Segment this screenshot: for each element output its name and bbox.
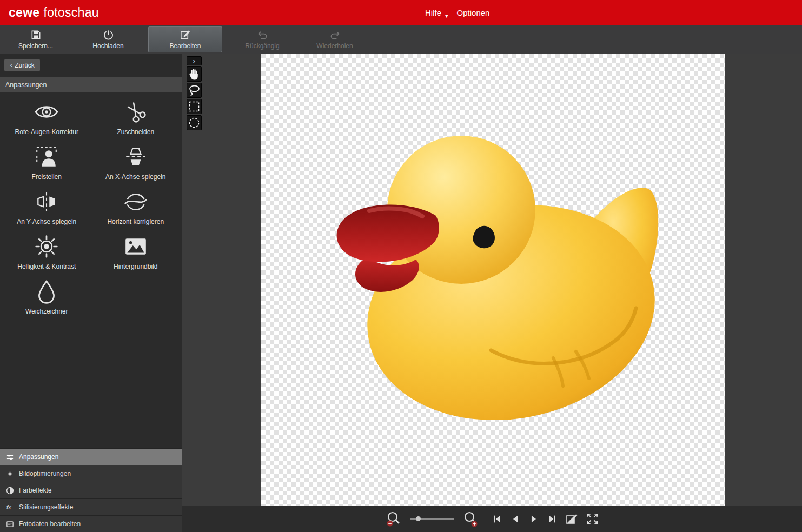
- save-button[interactable]: Speichern...: [3, 26, 68, 52]
- category-menu: Anpassungen Bildoptimierungen Farbeffekt…: [0, 448, 182, 532]
- previous-image-icon: [510, 514, 521, 524]
- category-label: Bildoptimierungen: [19, 470, 71, 477]
- menu-optionen[interactable]: Optionen: [457, 8, 490, 17]
- crop-scissors-icon: [123, 99, 148, 124]
- app-logo: cewefotoschau: [9, 5, 99, 20]
- chevron-down-icon[interactable]: ▾: [445, 12, 448, 19]
- category-bildoptimierungen[interactable]: Bildoptimierungen: [0, 465, 182, 482]
- undo-button[interactable]: Rückgängig: [230, 26, 295, 52]
- svg-text:fx: fx: [6, 504, 11, 510]
- ellipse-select-icon: [187, 116, 201, 130]
- lasso-tool-icon: [187, 83, 201, 97]
- redo-button[interactable]: Wiederholen: [302, 26, 367, 52]
- back-label: Zurück: [15, 62, 35, 69]
- category-fotodaten-bearbeiten[interactable]: Fotodaten bearbeiten: [0, 515, 182, 532]
- save-label: Speichern...: [18, 42, 53, 50]
- fullscreen-button[interactable]: [586, 512, 599, 526]
- brightness-contrast-icon: [34, 234, 59, 259]
- hand-tool-icon: [187, 67, 201, 81]
- category-stilisierungseffekte[interactable]: fx Stilisierungseffekte: [0, 498, 182, 515]
- image-navigation: [492, 512, 599, 526]
- ellipse-select-tool-button[interactable]: [187, 115, 202, 130]
- hand-tool-button[interactable]: [187, 66, 202, 82]
- workspace: ›: [182, 54, 802, 532]
- edit-icon: [180, 29, 191, 41]
- category-label: Anpassungen: [19, 453, 58, 461]
- tool-label: Weichzeichner: [25, 308, 68, 315]
- previous-image-button[interactable]: [510, 514, 521, 524]
- last-image-icon: [547, 514, 558, 524]
- zoom-out-icon: [386, 511, 402, 527]
- tool-label: An X-Achse spiegeln: [105, 173, 165, 181]
- tool-blur[interactable]: Weichzeichner: [2, 279, 91, 315]
- fullscreen-icon: [586, 512, 599, 526]
- app-window: cewefotoschau Hilfe ▾ Optionen Speichern…: [0, 0, 802, 532]
- flip-x-icon: [123, 144, 148, 169]
- expand-panel-button[interactable]: ›: [187, 56, 202, 65]
- category-label: Farbeffekte: [19, 487, 51, 494]
- brand-secondary: fotoschau: [43, 5, 98, 19]
- back-button[interactable]: ‹ Zurück: [4, 59, 40, 71]
- photo-canvas[interactable]: [261, 54, 725, 506]
- tool-cutout[interactable]: Freistellen: [2, 144, 91, 181]
- last-image-button[interactable]: [547, 514, 558, 524]
- cutout-icon: [34, 144, 59, 169]
- tool-background-image[interactable]: Hintergrundbild: [91, 234, 181, 270]
- tool-label: Freistellen: [32, 173, 62, 181]
- selection-tool-palette: ›: [187, 56, 202, 130]
- background-image-icon: [123, 234, 148, 259]
- menubar: Hilfe ▾ Optionen: [425, 0, 489, 25]
- brand-primary: cewe: [9, 5, 39, 19]
- edit-button[interactable]: Bearbeiten: [148, 26, 222, 52]
- category-anpassungen[interactable]: Anpassungen: [0, 448, 182, 465]
- tool-label: An Y-Achse spiegeln: [17, 218, 76, 225]
- blur-drop-icon: [34, 279, 59, 304]
- upload-icon: [103, 29, 114, 41]
- redo-label: Wiederholen: [316, 42, 353, 50]
- zoom-out-button[interactable]: [386, 511, 402, 527]
- compare-before-after-icon: [565, 513, 578, 526]
- tool-label: Zuschneiden: [117, 128, 154, 136]
- tool-label: Helligkeit & Kontrast: [17, 263, 76, 270]
- lasso-tool-button[interactable]: [187, 83, 202, 98]
- redo-icon: [329, 29, 341, 41]
- save-icon: [30, 29, 42, 41]
- optimize-icon: [6, 470, 14, 478]
- category-farbeffekte[interactable]: Farbeffekte: [0, 482, 182, 498]
- main-toolbar: Speichern... Hochladen Bearbeiten Rückgä…: [0, 25, 802, 54]
- rect-select-icon: [187, 99, 201, 114]
- photo-data-icon: [6, 520, 14, 528]
- edit-label: Bearbeiten: [169, 42, 201, 50]
- rubber-duck-image: [261, 54, 725, 506]
- rect-select-tool-button[interactable]: [187, 99, 202, 114]
- category-label: Fotodaten bearbeiten: [19, 520, 81, 528]
- zoom-slider-thumb[interactable]: [416, 516, 421, 521]
- zoom-slider[interactable]: [410, 514, 454, 524]
- undo-icon: [257, 29, 268, 41]
- tool-crop[interactable]: Zuschneiden: [91, 99, 181, 136]
- tool-correct-horizon[interactable]: Horizont korrigieren: [91, 189, 181, 225]
- tool-label: Horizont korrigieren: [107, 218, 164, 225]
- category-label: Stilisierungseffekte: [19, 503, 74, 511]
- titlebar: cewefotoschau Hilfe ▾ Optionen: [0, 0, 802, 25]
- menu-hilfe[interactable]: Hilfe: [425, 8, 441, 17]
- first-image-button[interactable]: [492, 514, 502, 524]
- zoom-in-button[interactable]: [462, 511, 479, 527]
- compare-before-after-button[interactable]: [565, 513, 578, 526]
- tool-label: Rote-Augen-Korrektur: [15, 128, 78, 136]
- back-chevron-icon: ‹: [10, 61, 12, 69]
- tool-flip-x-axis[interactable]: An X-Achse spiegeln: [91, 144, 181, 181]
- tool-red-eye-correction[interactable]: Rote-Augen-Korrektur: [2, 99, 91, 136]
- tool-brightness-contrast[interactable]: Helligkeit & Kontrast: [2, 234, 91, 270]
- horizon-icon: [123, 189, 148, 214]
- adjustments-icon: [6, 453, 14, 461]
- next-image-button[interactable]: [528, 514, 539, 524]
- tool-label: Hintergrundbild: [114, 263, 157, 270]
- stylize-fx-icon: fx: [6, 503, 14, 511]
- red-eye-icon: [34, 99, 59, 124]
- tool-flip-y-axis[interactable]: An Y-Achse spiegeln: [2, 189, 91, 225]
- upload-label: Hochladen: [92, 42, 123, 50]
- upload-button[interactable]: Hochladen: [76, 26, 141, 52]
- sidebar: ‹ Zurück Anpassungen Rote-Augen-Korrektu…: [0, 54, 182, 532]
- section-header-anpassungen: Anpassungen: [0, 77, 182, 92]
